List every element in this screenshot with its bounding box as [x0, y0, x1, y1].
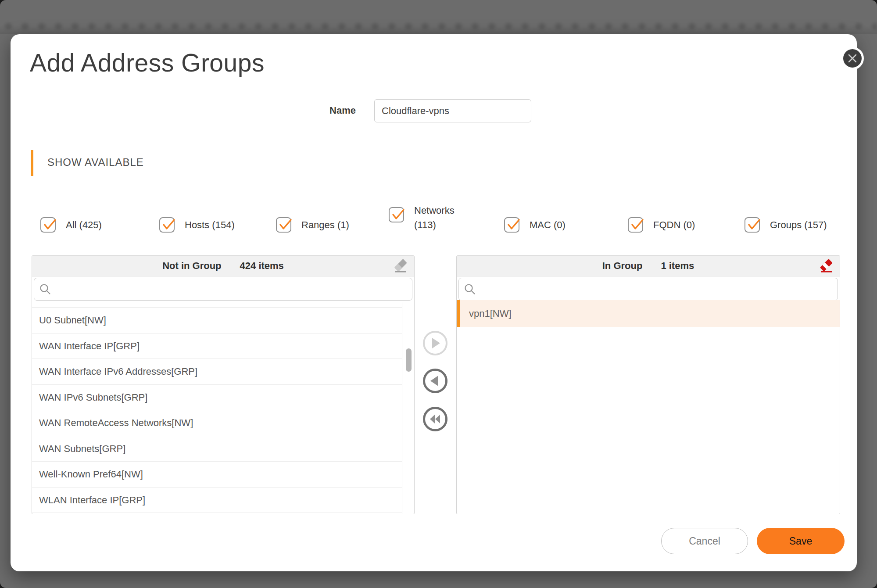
background-shade — [0, 25, 877, 34]
clear-in-group-button[interactable] — [819, 258, 834, 274]
panel-count: 1 items — [661, 260, 694, 272]
not-in-group-panel: Not in Group 424 items — [32, 255, 415, 514]
checkbox-groups[interactable] — [745, 217, 760, 233]
arrow-right-icon — [425, 333, 445, 353]
overlay-background: Add Address Groups Name SHOW AVAILABLE A… — [0, 0, 877, 588]
checkbox-all[interactable] — [40, 217, 56, 233]
close-icon — [843, 49, 862, 68]
list-item[interactable]: WAN Subnets[GRP] — [32, 436, 402, 462]
not-in-group-search — [34, 278, 412, 301]
filter-label: All (425) — [66, 219, 102, 231]
list-item[interactable]: WAN Interface IPv6 Addresses[GRP] — [32, 359, 402, 385]
page-title: Add Address Groups — [30, 48, 265, 77]
filter-label: Groups (157) — [770, 219, 827, 231]
list-item[interactable]: WAN RemoteAccess Networks[NW] — [32, 410, 402, 436]
filter-label: Hosts (154) — [185, 219, 235, 231]
check-icon — [390, 207, 405, 222]
not-in-group-list: U0 Subnet[NW] WAN Interface IP[GRP] WAN … — [32, 302, 414, 514]
check-icon — [746, 217, 761, 232]
move-right-button[interactable] — [423, 331, 447, 355]
name-input[interactable] — [374, 99, 531, 122]
checkbox-fqdn[interactable] — [628, 217, 643, 233]
section-header: SHOW AVAILABLE — [47, 156, 144, 169]
move-all-left-button[interactable] — [423, 407, 447, 431]
move-left-button[interactable] — [423, 369, 447, 393]
name-label: Name — [281, 105, 356, 116]
section-accent-bar — [31, 150, 33, 176]
in-group-search — [458, 278, 838, 301]
not-in-group-search-input[interactable] — [54, 278, 408, 301]
add-address-groups-modal: Add Address Groups Name SHOW AVAILABLE A… — [11, 34, 857, 571]
list-item-partial — [32, 302, 402, 308]
check-icon — [161, 217, 176, 232]
checkbox-networks[interactable] — [389, 207, 404, 222]
not-in-group-header: Not in Group 424 items — [32, 256, 414, 276]
clear-not-in-group-button[interactable] — [393, 258, 408, 274]
eraser-red-icon — [819, 258, 833, 274]
filter-label: Ranges (1) — [301, 219, 349, 231]
checkbox-mac[interactable] — [504, 217, 519, 233]
scrollbar-thumb[interactable] — [406, 348, 412, 372]
arrow-left-icon — [425, 371, 445, 391]
save-button[interactable]: Save — [757, 528, 845, 554]
filter-label: MAC (0) — [530, 219, 566, 231]
list-item[interactable]: WAN IPv6 Subnets[GRP] — [32, 385, 402, 411]
list-item[interactable]: WAN Interface IP[GRP] — [32, 333, 402, 359]
double-arrow-left-icon — [425, 409, 445, 429]
check-icon — [277, 217, 293, 232]
check-icon — [42, 217, 57, 232]
filter-label: Networks(113) — [414, 203, 455, 232]
checkbox-hosts[interactable] — [159, 217, 175, 233]
check-icon — [505, 217, 521, 232]
cancel-button[interactable]: Cancel — [661, 528, 748, 554]
panel-title: Not in Group — [162, 260, 221, 272]
checkbox-ranges[interactable] — [276, 217, 291, 233]
in-group-panel: In Group 1 items vpn1[NW] — [456, 255, 840, 514]
list-item[interactable]: U0 Subnet[NW] — [32, 308, 402, 333]
scrollbar-track — [402, 302, 402, 514]
search-icon — [39, 283, 51, 295]
in-group-header: In Group 1 items — [457, 256, 840, 276]
panel-title: In Group — [602, 260, 643, 272]
list-item[interactable]: Well-Known Pref64[NW] — [32, 462, 402, 488]
filter-label: FQDN (0) — [653, 219, 695, 231]
list-item[interactable]: WLAN Interface IP[GRP] — [32, 488, 402, 513]
list-item-selected[interactable]: vpn1[NW] — [457, 300, 840, 327]
eraser-icon — [394, 258, 408, 274]
check-icon — [629, 217, 644, 232]
in-group-search-input[interactable] — [478, 278, 834, 301]
search-icon — [464, 283, 476, 295]
panel-count: 424 items — [240, 260, 284, 272]
close-button[interactable] — [841, 47, 864, 70]
